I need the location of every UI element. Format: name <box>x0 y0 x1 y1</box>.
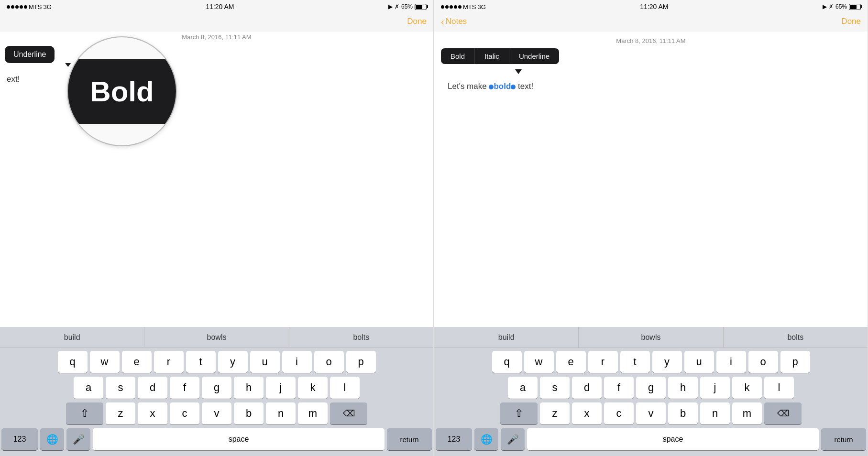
right-status-left: MTS 3G <box>441 3 486 11</box>
right-note-before: Let's make <box>448 82 489 91</box>
right-keyboard-rows: q w e r t y u i o p a s d f g h j k <box>434 348 868 456</box>
right-status-right: ▶ ✗ 65% <box>823 3 861 10</box>
right-key-d[interactable]: d <box>572 377 602 399</box>
left-key-123[interactable]: 123 <box>1 428 38 450</box>
left-key-backspace[interactable]: ⌫ <box>330 402 367 424</box>
left-key-o[interactable]: o <box>314 351 344 373</box>
left-key-s[interactable]: s <box>106 377 135 399</box>
right-key-p[interactable]: p <box>780 351 810 373</box>
left-key-h[interactable]: h <box>234 377 264 399</box>
right-autocomplete-bolts[interactable]: bolts <box>724 327 868 347</box>
right-key-a[interactable]: a <box>508 377 538 399</box>
right-key-b[interactable]: b <box>668 402 698 424</box>
left-key-d[interactable]: d <box>138 377 167 399</box>
right-done-button[interactable]: Done <box>841 17 861 26</box>
left-bluetooth-icon: ✗ <box>395 3 399 10</box>
right-key-o[interactable]: o <box>748 351 778 373</box>
left-battery-fill <box>416 5 422 9</box>
right-key-x[interactable]: x <box>572 402 602 424</box>
left-autocomplete-build[interactable]: build <box>0 327 144 347</box>
right-key-w[interactable]: w <box>524 351 554 373</box>
left-key-k[interactable]: k <box>298 377 328 399</box>
left-key-p[interactable]: p <box>346 351 376 373</box>
left-autocomplete-bowls[interactable]: bowls <box>144 327 289 347</box>
left-key-g[interactable]: g <box>202 377 231 399</box>
right-key-row-bottom: 123 🌐 🎤 space return <box>436 428 866 450</box>
left-key-m[interactable]: m <box>298 402 328 424</box>
left-key-shift[interactable]: ⇧ <box>66 402 103 424</box>
right-key-e[interactable]: e <box>556 351 586 373</box>
right-key-c[interactable]: c <box>604 402 634 424</box>
left-key-y[interactable]: y <box>218 351 248 373</box>
right-content-area: March 8, 2016, 11:11 AM Bold Italic Unde… <box>434 32 868 327</box>
right-note-after: text! <box>516 82 533 91</box>
left-bubble-underline[interactable]: Underline <box>5 46 55 63</box>
left-location-icon: ▶ <box>388 3 393 10</box>
right-key-s[interactable]: s <box>540 377 570 399</box>
left-key-row-3: ⇧ z x c v b n m ⌫ <box>1 402 432 424</box>
left-key-j[interactable]: j <box>266 377 296 399</box>
right-key-return[interactable]: return <box>821 428 866 450</box>
right-key-h[interactable]: h <box>668 377 698 399</box>
left-key-w[interactable]: w <box>90 351 120 373</box>
right-autocomplete-bowls[interactable]: bowls <box>579 327 723 347</box>
left-autocomplete-bolts[interactable]: bolts <box>289 327 433 347</box>
right-format-bold[interactable]: Bold <box>441 48 475 64</box>
right-key-f[interactable]: f <box>604 377 634 399</box>
left-key-i[interactable]: i <box>282 351 312 373</box>
right-key-i[interactable]: i <box>716 351 746 373</box>
right-key-z[interactable]: z <box>540 402 570 424</box>
right-key-m[interactable]: m <box>732 402 762 424</box>
left-signal-dots <box>7 5 27 9</box>
right-format-italic[interactable]: Italic <box>475 48 509 64</box>
left-key-row-bottom: 123 🌐 🎤 space return <box>1 428 432 450</box>
left-key-mic[interactable]: 🎤 <box>66 428 90 450</box>
left-battery-pct: 65% <box>401 3 413 10</box>
left-time: 11:20 AM <box>206 3 234 11</box>
right-key-y[interactable]: y <box>652 351 682 373</box>
right-key-r[interactable]: r <box>588 351 618 373</box>
right-key-v[interactable]: v <box>636 402 666 424</box>
right-key-n[interactable]: n <box>700 402 730 424</box>
right-key-q[interactable]: q <box>492 351 522 373</box>
right-key-shift[interactable]: ⇧ <box>500 402 538 424</box>
right-key-k[interactable]: k <box>732 377 762 399</box>
left-key-q[interactable]: q <box>58 351 88 373</box>
right-back-button[interactable]: ‹ Notes <box>441 17 467 26</box>
left-key-a[interactable]: a <box>74 377 103 399</box>
left-key-e[interactable]: e <box>122 351 152 373</box>
right-key-u[interactable]: u <box>684 351 714 373</box>
right-key-globe[interactable]: 🌐 <box>474 428 498 450</box>
left-key-globe[interactable]: 🌐 <box>40 428 64 450</box>
left-key-n[interactable]: n <box>266 402 296 424</box>
left-keyboard: build bowls bolts q w e r t y u i o p a … <box>0 327 433 456</box>
left-network: 3G <box>43 3 51 11</box>
left-key-t[interactable]: t <box>186 351 216 373</box>
right-format-underline[interactable]: Underline <box>509 48 559 64</box>
left-key-u[interactable]: u <box>250 351 280 373</box>
left-key-space[interactable]: space <box>93 428 385 450</box>
right-key-t[interactable]: t <box>620 351 650 373</box>
left-done-button[interactable]: Done <box>407 17 427 26</box>
right-location-icon: ▶ <box>823 3 827 10</box>
right-battery-fill <box>850 5 857 9</box>
left-key-f[interactable]: f <box>170 377 199 399</box>
right-autocomplete-build[interactable]: build <box>434 327 579 347</box>
right-key-123[interactable]: 123 <box>436 428 472 450</box>
right-key-l[interactable]: l <box>764 377 794 399</box>
right-key-space[interactable]: space <box>527 428 819 450</box>
right-time: 11:20 AM <box>640 3 668 11</box>
left-key-r[interactable]: r <box>154 351 184 373</box>
left-key-return[interactable]: return <box>387 428 432 450</box>
right-key-backspace[interactable]: ⌫ <box>764 402 802 424</box>
left-key-z[interactable]: z <box>106 402 135 424</box>
left-key-v[interactable]: v <box>202 402 231 424</box>
right-key-j[interactable]: j <box>700 377 730 399</box>
right-key-mic[interactable]: 🎤 <box>501 428 525 450</box>
left-key-l[interactable]: l <box>330 377 360 399</box>
left-key-b[interactable]: b <box>234 402 264 424</box>
left-key-c[interactable]: c <box>170 402 199 424</box>
right-network: 3G <box>477 3 485 11</box>
left-key-x[interactable]: x <box>138 402 167 424</box>
right-key-g[interactable]: g <box>636 377 666 399</box>
